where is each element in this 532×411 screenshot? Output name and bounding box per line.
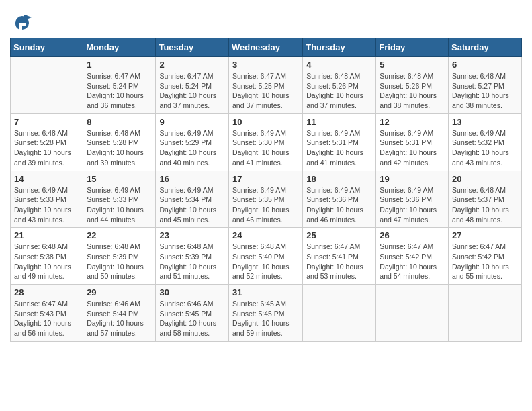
day-info: Sunrise: 6:48 AM Sunset: 5:27 PM Dayligh… — [452, 71, 518, 111]
header-day-friday: Friday — [376, 38, 449, 57]
day-info: Sunrise: 6:49 AM Sunset: 5:35 PM Dayligh… — [232, 185, 299, 225]
day-info: Sunrise: 6:48 AM Sunset: 5:28 PM Dayligh… — [87, 128, 152, 168]
day-info: Sunrise: 6:48 AM Sunset: 5:26 PM Dayligh… — [380, 71, 445, 111]
day-number: 24 — [232, 230, 299, 240]
day-number: 29 — [87, 287, 152, 298]
calendar-cell: 28Sunrise: 6:47 AM Sunset: 5:43 PM Dayli… — [11, 285, 83, 342]
calendar-week-5: 28Sunrise: 6:47 AM Sunset: 5:43 PM Dayli… — [11, 285, 522, 342]
calendar-cell: 11Sunrise: 6:49 AM Sunset: 5:31 PM Dayli… — [303, 113, 376, 171]
day-number: 9 — [159, 117, 225, 127]
day-info: Sunrise: 6:46 AM Sunset: 5:44 PM Dayligh… — [87, 299, 152, 338]
day-info: Sunrise: 6:49 AM Sunset: 5:30 PM Dayligh… — [232, 128, 299, 168]
day-number: 21 — [14, 230, 79, 240]
calendar-cell: 10Sunrise: 6:49 AM Sunset: 5:30 PM Dayli… — [228, 113, 302, 171]
calendar-cell: 25Sunrise: 6:47 AM Sunset: 5:41 PM Dayli… — [303, 228, 376, 285]
day-info: Sunrise: 6:49 AM Sunset: 5:34 PM Dayligh… — [159, 185, 225, 225]
calendar-cell: 3Sunrise: 6:47 AM Sunset: 5:25 PM Daylig… — [228, 57, 302, 114]
day-info: Sunrise: 6:49 AM Sunset: 5:31 PM Dayligh… — [380, 128, 445, 168]
calendar-cell — [376, 285, 449, 342]
day-number: 15 — [87, 174, 152, 184]
calendar-cell: 12Sunrise: 6:49 AM Sunset: 5:31 PM Dayli… — [376, 113, 449, 171]
calendar-cell: 23Sunrise: 6:48 AM Sunset: 5:39 PM Dayli… — [156, 228, 229, 285]
calendar-cell: 5Sunrise: 6:48 AM Sunset: 5:26 PM Daylig… — [376, 57, 449, 114]
calendar-week-3: 14Sunrise: 6:49 AM Sunset: 5:33 PM Dayli… — [11, 171, 522, 228]
day-number: 3 — [232, 60, 299, 70]
calendar-cell: 4Sunrise: 6:48 AM Sunset: 5:26 PM Daylig… — [303, 57, 376, 114]
day-number: 16 — [159, 174, 225, 184]
calendar-cell: 22Sunrise: 6:48 AM Sunset: 5:39 PM Dayli… — [83, 228, 156, 285]
day-info: Sunrise: 6:49 AM Sunset: 5:33 PM Dayligh… — [87, 185, 152, 225]
calendar-cell — [449, 285, 522, 342]
day-number: 8 — [87, 117, 152, 127]
day-number: 13 — [452, 117, 518, 127]
day-info: Sunrise: 6:49 AM Sunset: 5:29 PM Dayligh… — [159, 128, 225, 168]
calendar-cell: 9Sunrise: 6:49 AM Sunset: 5:29 PM Daylig… — [156, 113, 229, 171]
day-info: Sunrise: 6:47 AM Sunset: 5:43 PM Dayligh… — [14, 299, 79, 338]
calendar-cell: 15Sunrise: 6:49 AM Sunset: 5:33 PM Dayli… — [83, 171, 156, 228]
calendar-week-2: 7Sunrise: 6:48 AM Sunset: 5:28 PM Daylig… — [11, 113, 522, 171]
calendar-header-row: SundayMondayTuesdayWednesdayThursdayFrid… — [11, 38, 522, 57]
page-header — [10, 7, 522, 35]
header-day-wednesday: Wednesday — [228, 38, 302, 57]
day-info: Sunrise: 6:45 AM Sunset: 5:45 PM Dayligh… — [232, 299, 299, 338]
calendar-week-1: 1Sunrise: 6:47 AM Sunset: 5:24 PM Daylig… — [11, 57, 522, 114]
day-info: Sunrise: 6:46 AM Sunset: 5:45 PM Dayligh… — [159, 299, 225, 338]
day-info: Sunrise: 6:48 AM Sunset: 5:28 PM Dayligh… — [14, 128, 79, 168]
logo-icon — [10, 11, 34, 35]
day-number: 10 — [232, 117, 299, 127]
day-info: Sunrise: 6:47 AM Sunset: 5:25 PM Dayligh… — [232, 71, 299, 111]
day-number: 17 — [232, 174, 299, 184]
calendar-cell: 13Sunrise: 6:49 AM Sunset: 5:32 PM Dayli… — [449, 113, 522, 171]
header-day-sunday: Sunday — [11, 38, 83, 57]
day-number: 18 — [306, 174, 372, 184]
calendar-cell: 27Sunrise: 6:47 AM Sunset: 5:42 PM Dayli… — [449, 228, 522, 285]
calendar-cell: 20Sunrise: 6:48 AM Sunset: 5:37 PM Dayli… — [449, 171, 522, 228]
header-day-thursday: Thursday — [303, 38, 376, 57]
day-number: 2 — [159, 60, 225, 70]
day-number: 14 — [14, 174, 79, 184]
calendar-cell: 6Sunrise: 6:48 AM Sunset: 5:27 PM Daylig… — [449, 57, 522, 114]
calendar-cell: 17Sunrise: 6:49 AM Sunset: 5:35 PM Dayli… — [228, 171, 302, 228]
logo — [10, 11, 37, 35]
calendar-cell: 19Sunrise: 6:49 AM Sunset: 5:36 PM Dayli… — [376, 171, 449, 228]
calendar-week-4: 21Sunrise: 6:48 AM Sunset: 5:38 PM Dayli… — [11, 228, 522, 285]
calendar-cell: 8Sunrise: 6:48 AM Sunset: 5:28 PM Daylig… — [83, 113, 156, 171]
day-number: 20 — [452, 174, 518, 184]
day-info: Sunrise: 6:49 AM Sunset: 5:32 PM Dayligh… — [452, 128, 518, 168]
calendar-cell: 21Sunrise: 6:48 AM Sunset: 5:38 PM Dayli… — [11, 228, 83, 285]
day-number: 31 — [232, 287, 299, 298]
day-number: 28 — [14, 287, 79, 298]
calendar-cell: 29Sunrise: 6:46 AM Sunset: 5:44 PM Dayli… — [83, 285, 156, 342]
day-number: 4 — [306, 60, 372, 70]
calendar-cell — [11, 57, 83, 114]
day-number: 30 — [159, 287, 225, 298]
day-info: Sunrise: 6:47 AM Sunset: 5:24 PM Dayligh… — [159, 71, 225, 111]
day-info: Sunrise: 6:48 AM Sunset: 5:40 PM Dayligh… — [232, 242, 299, 281]
day-info: Sunrise: 6:48 AM Sunset: 5:26 PM Dayligh… — [306, 71, 372, 111]
calendar-cell: 30Sunrise: 6:46 AM Sunset: 5:45 PM Dayli… — [156, 285, 229, 342]
day-number: 11 — [306, 117, 372, 127]
day-info: Sunrise: 6:49 AM Sunset: 5:36 PM Dayligh… — [306, 185, 372, 225]
day-info: Sunrise: 6:47 AM Sunset: 5:42 PM Dayligh… — [452, 242, 518, 281]
day-info: Sunrise: 6:48 AM Sunset: 5:39 PM Dayligh… — [159, 242, 225, 281]
day-info: Sunrise: 6:49 AM Sunset: 5:31 PM Dayligh… — [306, 128, 372, 168]
day-number: 26 — [380, 230, 445, 240]
day-info: Sunrise: 6:47 AM Sunset: 5:42 PM Dayligh… — [380, 242, 445, 281]
day-number: 22 — [87, 230, 152, 240]
day-number: 12 — [380, 117, 445, 127]
calendar-table: SundayMondayTuesdayWednesdayThursdayFrid… — [10, 38, 522, 342]
calendar-cell: 2Sunrise: 6:47 AM Sunset: 5:24 PM Daylig… — [156, 57, 229, 114]
day-info: Sunrise: 6:49 AM Sunset: 5:33 PM Dayligh… — [14, 185, 79, 225]
day-number: 7 — [14, 117, 79, 127]
calendar-cell: 31Sunrise: 6:45 AM Sunset: 5:45 PM Dayli… — [228, 285, 302, 342]
day-number: 5 — [380, 60, 445, 70]
calendar-cell: 18Sunrise: 6:49 AM Sunset: 5:36 PM Dayli… — [303, 171, 376, 228]
day-number: 1 — [87, 60, 152, 70]
day-info: Sunrise: 6:48 AM Sunset: 5:38 PM Dayligh… — [14, 242, 79, 281]
day-number: 19 — [380, 174, 445, 184]
calendar-cell: 14Sunrise: 6:49 AM Sunset: 5:33 PM Dayli… — [11, 171, 83, 228]
calendar-cell: 26Sunrise: 6:47 AM Sunset: 5:42 PM Dayli… — [376, 228, 449, 285]
header-day-saturday: Saturday — [449, 38, 522, 57]
day-number: 25 — [306, 230, 372, 240]
calendar-cell: 7Sunrise: 6:48 AM Sunset: 5:28 PM Daylig… — [11, 113, 83, 171]
